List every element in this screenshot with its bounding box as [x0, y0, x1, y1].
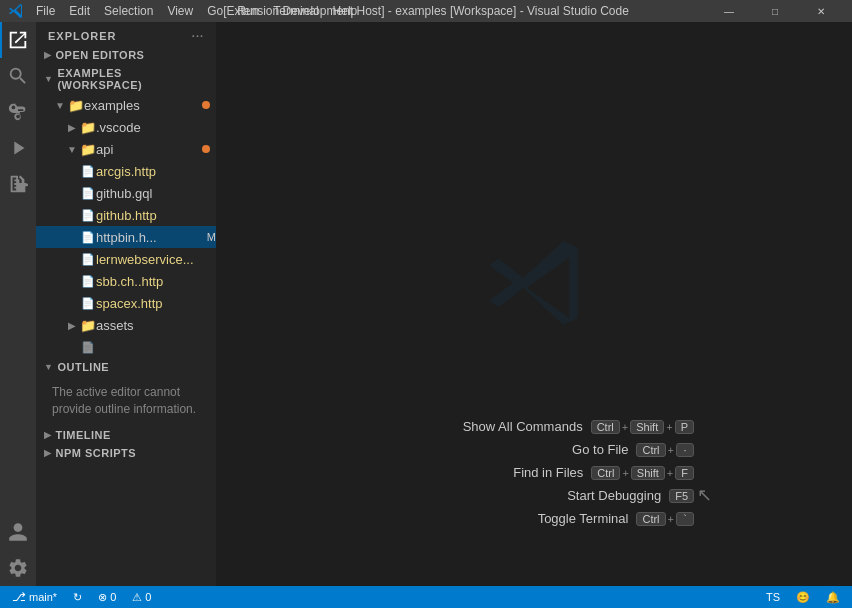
timeline-chevron-icon: ▶ — [44, 430, 52, 440]
sync-item[interactable]: ↻ — [69, 586, 86, 608]
httpbin-file-label: httpbin.h... — [96, 230, 203, 245]
activity-explorer[interactable] — [0, 22, 36, 58]
warnings-count: 0 — [145, 591, 151, 603]
ts-item[interactable]: TS — [762, 586, 784, 608]
errors-count: 0 — [110, 591, 116, 603]
warnings-icon: ⚠ — [132, 591, 142, 604]
outline-label: OUTLINE — [57, 361, 109, 373]
tree-vscode-folder[interactable]: ▶ 📁 .vscode — [36, 116, 216, 138]
shortcut-goto-file: Go to File Ctrl + · — [374, 442, 694, 457]
api-folder-label: api — [96, 142, 202, 157]
examples-chevron-icon: ▼ — [52, 97, 68, 113]
more-actions-icon[interactable]: ··· — [192, 30, 204, 42]
feedback-icon: 😊 — [796, 591, 810, 604]
tree-spacex-file[interactable]: 📄 spacex.http — [36, 292, 216, 314]
activity-extensions[interactable] — [0, 166, 36, 202]
vscode-folder-label: .vscode — [96, 120, 216, 135]
open-editors-header[interactable]: ▶ OPEN EDITORS — [36, 46, 216, 64]
tree-arcgis-file[interactable]: 📄 arcgis.http — [36, 160, 216, 182]
maximize-button[interactable]: □ — [752, 0, 798, 22]
examples-modified-dot — [202, 101, 210, 109]
explorer-actions[interactable]: ··· — [192, 30, 204, 42]
activity-run[interactable] — [0, 130, 36, 166]
key-dot: · — [676, 443, 694, 457]
title-bar: File Edit Selection View Go Run Terminal… — [0, 0, 852, 22]
spacex-file-icon: 📄 — [80, 295, 96, 311]
editor-area: Show All Commands Ctrl + Shift + P Go to… — [216, 22, 852, 586]
api-modified-dot — [202, 145, 210, 153]
outline-section: ▼ OUTLINE The active editor cannot provi… — [36, 358, 216, 426]
key-ctrl-2: Ctrl — [636, 443, 665, 457]
key-shift: Shift — [630, 420, 664, 434]
npm-label: NPM SCRIPTS — [56, 447, 137, 459]
window-controls: — □ ✕ — [706, 0, 844, 22]
warnings-item[interactable]: ⚠ 0 — [128, 586, 155, 608]
activity-settings[interactable] — [0, 550, 36, 586]
github-http-icon: 📄 — [80, 207, 96, 223]
tree-lernwebservice-file[interactable]: 📄 lernwebservice... — [36, 248, 216, 270]
bottom-sections: ▶ TIMELINE ▶ NPM SCRIPTS — [36, 426, 216, 462]
explorer-header: EXPLORER ··· — [36, 22, 216, 46]
activity-bar — [0, 22, 36, 586]
shortcut-show-commands-label: Show All Commands — [374, 419, 583, 434]
npm-scripts-header[interactable]: ▶ NPM SCRIPTS — [36, 444, 216, 462]
workspace-header[interactable]: ▼ EXAMPLES (WORKSPACE) — [36, 64, 216, 94]
close-button[interactable]: ✕ — [798, 0, 844, 22]
tree-api-folder[interactable]: ▼ 📁 api — [36, 138, 216, 160]
menu-edit[interactable]: Edit — [63, 2, 96, 20]
vscode-logo-watermark — [474, 230, 594, 353]
cursor-indicator: ↖ — [697, 484, 712, 506]
menu-selection[interactable]: Selection — [98, 2, 159, 20]
activity-source-control[interactable] — [0, 94, 36, 130]
errors-item[interactable]: ⊗ 0 — [94, 586, 120, 608]
github-gql-label: github.gql — [96, 186, 216, 201]
api-chevron-icon: ▼ — [64, 141, 80, 157]
examples-folder-icon: 📁 — [68, 97, 84, 113]
minimize-button[interactable]: — — [706, 0, 752, 22]
tree-sbb-file[interactable]: 📄 sbb.ch..http — [36, 270, 216, 292]
lernwebservice-file-label: lernwebservice... — [96, 252, 216, 267]
main-area: EXPLORER ··· ▶ OPEN EDITORS ▼ EXAMPLES (… — [0, 22, 852, 586]
feedback-item[interactable]: 😊 — [792, 586, 814, 608]
activity-account[interactable] — [0, 514, 36, 550]
open-editors-section: ▶ OPEN EDITORS — [36, 46, 216, 64]
menu-view[interactable]: View — [161, 2, 199, 20]
shortcuts-panel: Show All Commands Ctrl + Shift + P Go to… — [216, 419, 852, 526]
sbb-file-label: sbb.ch..http — [96, 274, 216, 289]
key-shift2: Shift — [631, 466, 665, 480]
tree-github-gql-file[interactable]: 📄 github.gql — [36, 182, 216, 204]
shortcut-terminal-label: Toggle Terminal — [374, 511, 628, 526]
tree-github-http-file[interactable]: 📄 github.http — [36, 204, 216, 226]
tree-httpbin-file[interactable]: 📄 httpbin.h... M — [36, 226, 216, 248]
menu-file[interactable]: File — [30, 2, 61, 20]
key-plus1: + — [622, 421, 628, 433]
notifications-item[interactable]: 🔔 — [822, 586, 844, 608]
shortcut-debug: Start Debugging F5 — [374, 488, 694, 503]
workspace-label: EXAMPLES (WORKSPACE) — [57, 67, 208, 91]
tree-assets-folder[interactable]: ▶ 📁 assets — [36, 314, 216, 336]
git-branch-item[interactable]: ⎇ main* — [8, 586, 61, 608]
assets-folder-icon: 📁 — [80, 317, 96, 333]
shortcut-find-files: Find in Files Ctrl + Shift + F — [374, 465, 694, 480]
vscode-chevron-icon: ▶ — [64, 119, 80, 135]
timeline-header[interactable]: ▶ TIMELINE — [36, 426, 216, 444]
spacex-file-label: spacex.http — [96, 296, 216, 311]
activity-search[interactable] — [0, 58, 36, 94]
assets-chevron-icon: ▶ — [64, 317, 80, 333]
tree-partial-item[interactable]: 📄 — [36, 336, 216, 358]
outline-header[interactable]: ▼ OUTLINE — [36, 358, 216, 376]
key-f5: F5 — [669, 489, 694, 503]
partial-file-icon: 📄 — [80, 339, 96, 355]
sidebar-content: ▶ OPEN EDITORS ▼ EXAMPLES (WORKSPACE) ▼ … — [36, 46, 216, 586]
examples-folder-label: examples — [84, 98, 202, 113]
status-bar: ⎇ main* ↻ ⊗ 0 ⚠ 0 TS 😊 🔔 — [0, 586, 852, 608]
sidebar: EXPLORER ··· ▶ OPEN EDITORS ▼ EXAMPLES (… — [36, 22, 216, 586]
tree-examples-folder[interactable]: ▼ 📁 examples — [36, 94, 216, 116]
key-p: P — [675, 420, 694, 434]
key-ctrl: Ctrl — [591, 420, 620, 434]
sync-icon: ↻ — [73, 591, 82, 604]
assets-folder-label: assets — [96, 318, 216, 333]
npm-chevron-icon: ▶ — [44, 448, 52, 458]
key-plus3: + — [668, 444, 674, 456]
shortcut-terminal-keys: Ctrl + ` — [636, 512, 694, 526]
